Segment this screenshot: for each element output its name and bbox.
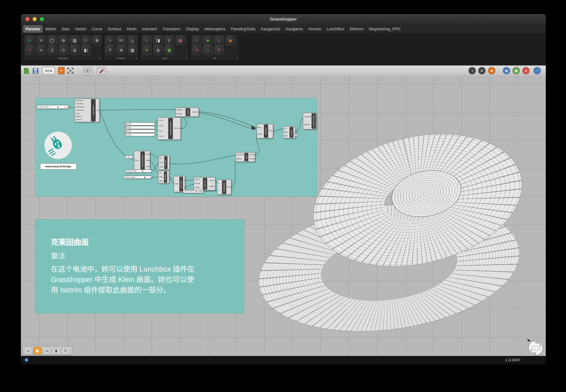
display-mode-button[interactable]: ◔ — [534, 67, 541, 74]
input-icon[interactable]: ↓ — [142, 36, 152, 45]
port-in[interactable]: Index — [159, 176, 163, 178]
tab-maths[interactable]: Maths — [43, 25, 59, 33]
slider-track[interactable] — [50, 105, 64, 109]
param-box[interactable]: Box — [125, 155, 133, 159]
canvas-option-button[interactable]: ◆ — [488, 67, 495, 74]
primitive-icon[interactable]: ▨ — [128, 45, 137, 55]
port-in[interactable]: Point B — [194, 183, 202, 184]
util-icon[interactable]: ◉ — [226, 36, 235, 45]
port-in[interactable]: Curve — [175, 183, 178, 185]
tab-transform[interactable]: Transform — [160, 25, 183, 33]
input-icon[interactable]: ◎ — [153, 45, 163, 55]
port-in[interactable]: Surface — [177, 109, 184, 111]
param-icon[interactable]: ⊛ — [92, 36, 102, 45]
param-icon[interactable]: ↗ — [36, 36, 46, 45]
tab-lunchbox[interactable]: LunchBox — [324, 25, 347, 33]
component-custom-preview[interactable]: Geometry Material Custom Preview — [303, 112, 317, 129]
param-icon[interactable]: ʃ — [48, 45, 57, 55]
note-panel[interactable]: 克莱因曲面 算法 在这个电池中，妳可以使用 Lunchbox 插件在 Grass… — [35, 219, 244, 313]
widget-group-button[interactable]: ▣ — [33, 347, 42, 354]
param-icon[interactable]: ◧ — [81, 45, 90, 55]
zoom-level[interactable]: 91% — [43, 67, 55, 74]
tab-params[interactable]: Params — [23, 25, 43, 33]
input-icon[interactable]: ◨ — [153, 36, 163, 45]
param-icon[interactable]: ◯ — [48, 36, 57, 45]
port-in[interactable]: Index — [160, 162, 163, 163]
tab-panelingtools[interactable]: PanelingTools — [228, 25, 258, 33]
port-in[interactable]: U Divisions — [75, 100, 90, 102]
canvas-option-button[interactable]: ◑ — [469, 67, 476, 74]
port-in[interactable]: Point A — [194, 179, 202, 181]
profiler-icon[interactable] — [25, 358, 29, 362]
component-list-item-1[interactable]: List Index Wrap List Item i — [159, 155, 170, 170]
port-in[interactable]: U min — [159, 120, 167, 121]
port-out[interactable]: Vertices — [146, 166, 149, 168]
port-in[interactable]: R Parameter — [75, 106, 90, 108]
port-out[interactable]: Result — [227, 186, 230, 188]
component-klein-surface[interactable]: U Divisions V Divisions R Parameter T Pa… — [74, 98, 100, 122]
display-mode-button[interactable]: ◉ — [503, 67, 510, 74]
zoom-dropdown[interactable]: ▾ — [58, 67, 65, 74]
param-icon[interactable]: ▥ — [70, 36, 79, 45]
component-list-item-3[interactable]: List Index Wrap List Item i — [283, 126, 296, 139]
display-mode-button[interactable]: ● — [522, 67, 530, 74]
port-in[interactable]: Geometry — [304, 116, 311, 118]
tab-human[interactable]: Human — [306, 25, 324, 33]
input-icon[interactable]: ∿ — [142, 45, 152, 55]
port-in[interactable]: V Divisions — [75, 103, 90, 105]
save-button[interactable] — [33, 67, 38, 74]
port-out[interactable]: 2D Domain — [174, 128, 180, 129]
port-out[interactable]: Result — [269, 130, 272, 132]
component-move[interactable]: Geometry Motion Move Geometry Transform — [236, 152, 255, 162]
util-icon[interactable]: ∴ — [192, 36, 201, 45]
port-in[interactable]: T Parameter — [75, 110, 90, 111]
mini-slider-umax[interactable]: 0.811 — [124, 126, 155, 129]
component-construct-domain[interactable]: U min U max V min V max Construct Domain… — [157, 117, 181, 140]
port-in[interactable]: List — [159, 172, 163, 174]
tab-magnetizing-fpg[interactable]: Magnetizing_FPG — [366, 25, 403, 33]
param-icon[interactable]: × — [25, 45, 35, 55]
port-in[interactable]: Index — [284, 132, 288, 133]
widget-math-button[interactable]: -x — [24, 347, 32, 354]
slider-grip[interactable] — [196, 191, 197, 192]
port-in[interactable]: Wrap — [284, 135, 288, 137]
number-slider-index-2[interactable]: Number Slider 5 — [123, 176, 152, 179]
port-in[interactable]: Brep — [135, 160, 139, 161]
number-slider-factor[interactable]: Number Slider 0.520 — [183, 190, 204, 193]
primitive-icon[interactable]: 0.1 — [117, 36, 126, 45]
widget-sketch-button[interactable]: ↝ — [43, 347, 51, 354]
component-vector-2pt[interactable]: Point A Point B Unitize Vector 2Pt Vecto… — [194, 177, 215, 190]
primitive-icon[interactable]: 7 — [105, 45, 115, 55]
canvas[interactable]: Number Slider 3.03 U Divisions V Divisio… — [21, 75, 546, 356]
slider-grip[interactable] — [144, 177, 145, 178]
util-icon[interactable]: → — [214, 36, 224, 45]
port-in[interactable]: Domain — [177, 113, 184, 115]
tab-curve[interactable]: Curve — [89, 25, 105, 33]
slider-grip[interactable] — [142, 170, 143, 172]
mini-slider-vmin[interactable]: 0.000 — [124, 129, 155, 133]
mini-slider-umin[interactable]: 0.000 — [124, 122, 155, 126]
slider-track[interactable] — [138, 170, 149, 172]
mini-slider-vmax[interactable]: 1.000 — [124, 133, 155, 136]
util-icon[interactable]: % — [192, 45, 201, 55]
number-slider-index-1[interactable]: Number Slider 4 — [125, 169, 152, 173]
tab-heteroptera[interactable]: Heteroptera — [202, 25, 228, 33]
tab-kangaroo2[interactable]: Kangaroo2 — [258, 25, 283, 33]
port-out[interactable]: Length — [208, 186, 214, 187]
port-in[interactable]: Cutter — [258, 134, 263, 135]
tab-intersect[interactable]: Intersect — [139, 25, 160, 33]
slider-track[interactable] — [195, 190, 198, 193]
port-out[interactable]: Surface — [191, 111, 198, 113]
component-split-brep[interactable]: Brep Cutter Split Brep Result — [257, 124, 273, 139]
port-in[interactable]: A — [218, 183, 221, 184]
port-in[interactable]: V min — [159, 130, 167, 132]
palette-expand-icon[interactable]: ▸ — [186, 57, 188, 60]
display-mode-button[interactable]: ▦ — [513, 67, 520, 74]
param-icon[interactable]: ◎ — [70, 45, 79, 55]
input-icon[interactable]: ▦ — [176, 36, 185, 45]
slider-track[interactable] — [137, 176, 149, 179]
param-icon[interactable]: ⊘ — [59, 36, 68, 45]
port-out[interactable]: Faces — [146, 154, 149, 155]
zoom-extents-button[interactable] — [67, 67, 74, 74]
param-icon[interactable]: □ — [81, 36, 90, 45]
